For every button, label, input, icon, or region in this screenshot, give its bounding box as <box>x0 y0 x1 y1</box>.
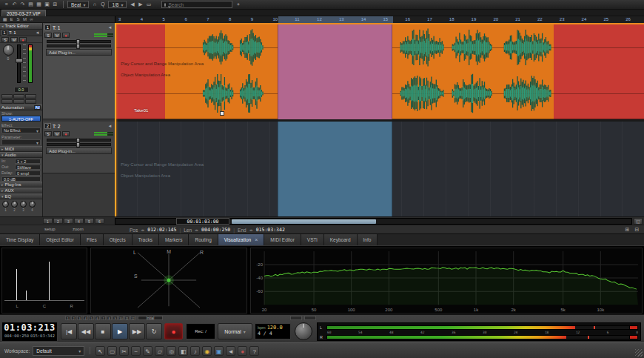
track-name-label[interactable]: T: 1 <box>53 25 105 30</box>
marker-slot-button[interactable]: 6 <box>95 316 100 320</box>
sync-option-button[interactable] <box>290 316 302 320</box>
time-signature-value[interactable]: 4 / 4 <box>258 331 288 337</box>
quantize-button[interactable]: Q <box>98 1 107 8</box>
panel-button[interactable] <box>25 99 36 104</box>
track-name-label[interactable]: T: 1 <box>9 30 33 35</box>
solo-button[interactable]: S <box>1 37 9 42</box>
marker-slot-button[interactable]: 7 <box>101 316 106 320</box>
audio-clip-edge[interactable] <box>554 23 644 119</box>
midi-section-header[interactable]: ▸ MIDI <box>0 146 42 152</box>
zoom-preset-button[interactable]: 5 <box>84 218 94 224</box>
zoom-preset-button[interactable]: 6 <box>95 218 104 224</box>
slider-thumb[interactable] <box>76 44 80 49</box>
aux-section-header[interactable]: ▸ AUX <box>0 188 42 193</box>
automation-tab-chip[interactable]: Ad <box>34 105 41 110</box>
tab-info[interactable]: Info <box>358 234 378 245</box>
audio-in-select[interactable]: 1 + 2 <box>15 159 41 164</box>
stepper-arrows-icon[interactable]: ◂▸ <box>195 228 198 232</box>
len-value[interactable]: 004:00:250 <box>201 227 230 233</box>
track-lane-1[interactable]: Play Cursor and Range Manipulation Area … <box>115 23 644 119</box>
workspace-select[interactable]: Default ▾ <box>33 346 84 356</box>
play-mode-select[interactable]: Normal ▾ <box>218 323 252 339</box>
tab-routing[interactable]: Routing <box>189 234 218 245</box>
track-header-1[interactable]: 1 T: 1 ◄ S M ● Add Plug-in... <box>43 23 115 119</box>
marker-slot-button[interactable]: 2 <box>71 316 76 320</box>
scrollbar-thumb[interactable] <box>232 219 376 224</box>
color-tool-icon[interactable]: ◧ <box>178 346 188 356</box>
pos-value[interactable]: 012:02:145 <box>147 227 176 233</box>
zoom-preset-button[interactable]: 4 <box>74 218 84 224</box>
close-icon[interactable]: × <box>255 237 258 242</box>
eq-knob-3[interactable] <box>20 201 27 208</box>
tempo-display[interactable]: bpm 120.0 4 / 4 <box>255 323 291 339</box>
arrange-area[interactable]: Play Cursor and Range Manipulation Area … <box>115 23 644 216</box>
tab-midi-editor[interactable]: MIDI Editor <box>264 234 301 245</box>
automation-section-header[interactable]: Automation Ad <box>0 105 42 110</box>
nudge-left-icon[interactable]: ◀ <box>128 1 136 8</box>
loop-button[interactable]: ↻ <box>146 323 162 339</box>
track-grid-icon[interactable]: ▦ <box>1 16 8 23</box>
volume-slider[interactable] <box>47 139 111 142</box>
time-selection-track2[interactable] <box>278 122 392 216</box>
marker-slot-button[interactable]: 3 <box>77 316 82 320</box>
pan-knob[interactable] <box>3 44 14 56</box>
zoom-button[interactable]: zoom <box>73 227 84 231</box>
speaker-icon[interactable]: ◄ <box>226 346 235 356</box>
marker-preset-label[interactable]: Initial <box>138 316 163 320</box>
track-header-2[interactable]: 2 T: 2 ◄ S M ● Add Plug-in... <box>43 122 115 173</box>
eq-knob-2[interactable] <box>11 201 18 208</box>
panel-button[interactable] <box>1 94 13 99</box>
search-box[interactable] <box>161 1 232 8</box>
fit-view-button[interactable]: ◱ <box>634 218 643 225</box>
stop-button[interactable]: ■ <box>95 323 111 339</box>
save-project-icon[interactable]: ▣ <box>43 1 51 8</box>
track-name-label[interactable]: T: 2 <box>53 124 105 129</box>
zoom-preset-button[interactable]: 3 <box>64 218 73 224</box>
note-tool-icon[interactable]: ♪ <box>190 346 200 356</box>
monitor-icon[interactable]: ▭ <box>144 1 152 8</box>
object-edit-button[interactable]: E <box>8 16 15 23</box>
tab-time-display[interactable]: Time Display <box>0 234 40 245</box>
menu-icon[interactable]: ≡ <box>2 1 10 8</box>
volume-fader[interactable] <box>17 44 21 83</box>
fader-thumb[interactable] <box>16 59 23 63</box>
audio-clip-edge[interactable] <box>116 23 165 119</box>
tab-object-editor[interactable]: Object Editor <box>40 234 81 245</box>
solo-button[interactable]: S <box>44 131 52 136</box>
mute-button[interactable]: M <box>53 33 61 38</box>
object-handle-icon[interactable] <box>220 111 224 116</box>
beat-mode-select[interactable]: Beat ▾ <box>67 1 89 8</box>
record-arm-button[interactable]: ● <box>62 33 70 38</box>
cut-tool-icon[interactable]: ✂ <box>119 346 129 356</box>
bulb-icon[interactable]: ◉ <box>202 346 212 356</box>
search-input[interactable] <box>168 2 233 7</box>
zoom-preset-button[interactable]: 1 <box>43 218 53 224</box>
time-selection-track1[interactable] <box>278 23 392 119</box>
zoom-tool-icon[interactable]: ◎ <box>167 346 176 356</box>
marker-slot-button[interactable]: 11 <box>124 316 130 320</box>
zoom-preset-button[interactable]: 2 <box>53 218 63 224</box>
global-mute-button[interactable]: M <box>21 16 28 23</box>
sync-option-button[interactable] <box>304 316 316 320</box>
rewind-button[interactable]: ◀◀ <box>78 323 94 339</box>
eq-knob-4[interactable] <box>29 201 36 208</box>
audio-section-header[interactable]: ▾ Audio <box>0 152 42 158</box>
record-arm-button[interactable]: ● <box>19 37 27 42</box>
plugins-section-header[interactable]: ▸ Plug-Ins <box>0 182 42 188</box>
link-objects-icon[interactable]: ∞ <box>28 16 35 23</box>
marker-slot-button[interactable]: 10 <box>118 316 124 320</box>
pencil-tool-icon[interactable]: ✎ <box>143 346 152 356</box>
bpm-value[interactable]: 120.0 <box>267 325 283 331</box>
forward-button[interactable]: ▶▶ <box>129 323 145 339</box>
tab-visualization[interactable]: Visualization× <box>218 234 264 245</box>
snap-magnet-icon[interactable]: ∩ <box>90 1 98 8</box>
help-icon[interactable]: ? <box>249 346 259 356</box>
automation-effect-select[interactable]: No Effect ▾ <box>1 127 41 133</box>
resize-grip[interactable] <box>635 349 643 357</box>
zoom-in-icon[interactable]: ⊞ <box>623 226 631 233</box>
marker-slot-button[interactable]: 1 <box>65 316 70 320</box>
tab-markers[interactable]: Markers <box>159 234 189 245</box>
panel-button[interactable] <box>1 99 13 104</box>
eq-section-header[interactable]: ▾ EQ <box>0 193 42 199</box>
panel-button[interactable] <box>13 94 24 99</box>
